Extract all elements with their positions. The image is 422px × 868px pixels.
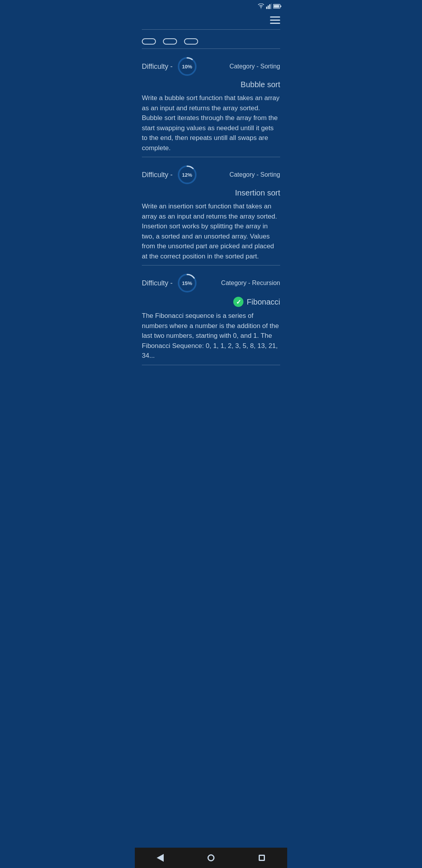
card-right: Category - Sorting <box>229 171 280 178</box>
signal-icon <box>266 4 272 9</box>
percent-text: 12% <box>182 172 192 178</box>
battery-icon <box>273 4 282 9</box>
card-header: Difficulty - 15% Category - Recursion <box>142 273 280 294</box>
order-by-button[interactable] <box>163 38 177 45</box>
menu-line-3 <box>270 23 280 24</box>
card-right: Category - Sorting <box>229 63 280 70</box>
recent-square-icon <box>259 855 265 861</box>
nav-recent-button[interactable] <box>254 850 270 866</box>
category-label: Category - Sorting <box>229 63 280 70</box>
svg-rect-1 <box>268 5 269 9</box>
progress-circle: 15% <box>177 273 198 294</box>
difficulty-label: Difficulty - <box>142 63 173 71</box>
nav-back-button[interactable] <box>152 850 168 866</box>
card-right: Category - Recursion <box>221 280 280 287</box>
completed-icon: ✓ <box>233 297 243 307</box>
card-left: Difficulty - 10% <box>142 56 198 77</box>
content-area: Difficulty - 10% Category - Sorting Bubb… <box>135 49 287 848</box>
percent-text: 10% <box>182 64 192 70</box>
group-by-button[interactable] <box>142 38 156 45</box>
card-title-row: ✓ Fibonacci <box>142 297 280 307</box>
percent-text: 15% <box>182 280 192 286</box>
nav-home-button[interactable] <box>203 850 219 866</box>
card-description: Write an insertion sort function that ta… <box>142 201 280 261</box>
svg-rect-3 <box>271 4 272 9</box>
card-title-row: Bubble sort <box>142 80 280 89</box>
nav-bar <box>135 848 287 868</box>
filter-row <box>135 30 287 48</box>
card-header: Difficulty - 10% Category - Sorting <box>142 56 280 77</box>
progress-circle: 10% <box>177 56 198 77</box>
card-title-row: Insertion sort <box>142 188 280 197</box>
list-item[interactable]: Difficulty - 15% Category - Recursion ✓ … <box>142 265 280 365</box>
status-icons <box>257 4 282 9</box>
card-description: Write a bubble sort function that takes … <box>142 93 280 153</box>
svg-rect-2 <box>269 4 270 9</box>
back-triangle-icon <box>157 854 164 862</box>
order-by-filter <box>163 36 177 45</box>
list-item[interactable]: Difficulty - 10% Category - Sorting Bubb… <box>142 49 280 157</box>
card-title: Insertion sort <box>235 188 280 197</box>
filter-by-button[interactable] <box>184 38 198 45</box>
svg-rect-6 <box>281 5 282 7</box>
category-label: Category - Sorting <box>229 171 280 178</box>
header <box>135 13 287 29</box>
difficulty-label: Difficulty - <box>142 279 173 287</box>
card-left: Difficulty - 12% <box>142 164 198 185</box>
progress-circle: 12% <box>177 164 198 185</box>
wifi-icon <box>257 4 265 9</box>
status-bar <box>135 0 287 13</box>
group-by-filter <box>142 36 156 45</box>
card-title: Fibonacci <box>247 298 280 307</box>
home-circle-icon <box>207 854 215 861</box>
menu-line-2 <box>270 20 280 21</box>
card-description: The Fibonacci sequence is a series of nu… <box>142 311 280 361</box>
category-label: Category - Recursion <box>221 280 280 287</box>
filter-by-filter <box>184 36 198 45</box>
menu-line-1 <box>270 16 280 18</box>
menu-button[interactable] <box>270 16 280 24</box>
svg-rect-5 <box>274 5 279 8</box>
card-title: Bubble sort <box>241 80 280 89</box>
difficulty-label: Difficulty - <box>142 171 173 179</box>
list-item[interactable]: Difficulty - 12% Category - Sorting Inse… <box>142 157 280 265</box>
card-header: Difficulty - 12% Category - Sorting <box>142 164 280 185</box>
svg-rect-0 <box>266 7 267 9</box>
card-left: Difficulty - 15% <box>142 273 198 294</box>
